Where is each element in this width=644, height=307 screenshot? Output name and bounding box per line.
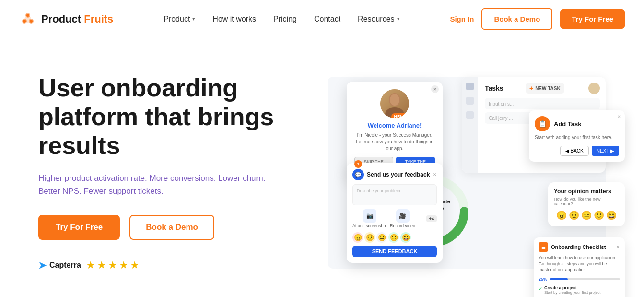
capterra-arrow-icon: ➤ xyxy=(38,260,47,271)
emoji-angry[interactable]: 😠 xyxy=(352,232,363,243)
send-feedback-button[interactable]: SEND FEEDBACK xyxy=(352,246,437,257)
opinion-title: Your opinion matters xyxy=(554,188,619,195)
more-badge: +4 xyxy=(426,215,437,222)
task-row-1: Input on s... xyxy=(485,98,600,109)
capterra-rating: ➤ Capterra ★ ★ ★ ★ ★ xyxy=(38,259,288,272)
feedback-icon: 💬 xyxy=(352,169,364,180)
star-rating: ★ ★ ★ ★ ★ xyxy=(86,259,140,272)
feedback-textarea[interactable]: Describe your problem xyxy=(352,184,437,205)
hero-buttons: Try For Free Book a Demo xyxy=(38,215,288,240)
checklist-progress: 25% xyxy=(539,277,620,282)
new-task-label: NEW TASK xyxy=(535,86,561,91)
new-task-button[interactable]: + NEW TASK xyxy=(526,83,564,94)
plus-icon: + xyxy=(529,84,533,92)
add-task-icon: 📋 xyxy=(535,116,550,131)
add-task-text: Start with adding your first task here. xyxy=(535,134,619,141)
nav-actions: Sign In Book a Demo Try For Free xyxy=(450,8,625,30)
emoji-neutral[interactable]: 😐 xyxy=(376,232,387,243)
nav-contact[interactable]: Contact xyxy=(314,15,340,24)
emoji-happy[interactable]: 🙂 xyxy=(388,232,399,243)
logo-icon xyxy=(19,11,36,28)
opinion-emoji-3[interactable]: 😐 xyxy=(581,210,592,221)
add-task-tooltip: 📋 Add Task Start with adding your first … xyxy=(529,110,625,162)
hero-subtitle: Higher product activation rate. More con… xyxy=(38,172,288,198)
navbar: Product Fruits Product ▾ How it works Pr… xyxy=(0,0,644,38)
nav-pricing[interactable]: Pricing xyxy=(273,15,297,24)
feedback-card: 💬 Send us your feedback ✕ Describe your … xyxy=(347,163,443,263)
star-3: ★ xyxy=(108,259,117,272)
checklist-item-1-title: Create a project xyxy=(544,285,602,290)
user-avatar xyxy=(588,83,600,94)
star-1: ★ xyxy=(86,259,95,272)
capterra-logo: ➤ Capterra xyxy=(38,260,81,271)
add-task-header: 📋 Add Task xyxy=(535,116,619,131)
welcome-close-icon[interactable]: ✕ xyxy=(431,85,439,93)
tasks-title: Tasks xyxy=(485,84,503,92)
svg-point-9 xyxy=(390,94,399,106)
feedback-placeholder: Describe your problem xyxy=(355,187,434,195)
star-4: ★ xyxy=(119,259,129,272)
checklist-item-1: ✓ Create a project Start by creating you… xyxy=(539,285,620,295)
chevron-down-icon: ▾ xyxy=(192,16,195,22)
opinion-emoji-1[interactable]: 😠 xyxy=(556,210,567,221)
opinion-emoji-2[interactable]: 😟 xyxy=(569,210,579,221)
hero-mockup: Tasks + NEW TASK Input on s... Call jerr… xyxy=(328,67,625,278)
nav-resources[interactable]: Resources ▾ xyxy=(358,15,399,24)
add-task-title: Add Task xyxy=(554,120,582,128)
star-2: ★ xyxy=(97,259,106,272)
opinion-card: Your opinion matters How do you like the… xyxy=(548,182,625,226)
welcome-text: I'm Nicole - your Success Manager. Let m… xyxy=(354,132,435,152)
opinion-emoji-5[interactable]: 😄 xyxy=(606,210,617,221)
nav-how-it-works[interactable]: How it works xyxy=(212,15,256,24)
onboarding-checklist: ☰ Onboarding Checklist ✕ You will learn … xyxy=(534,237,625,297)
hero-book-demo-button[interactable]: Book a Demo xyxy=(129,215,214,240)
signin-button[interactable]: Sign In xyxy=(450,15,474,23)
opinion-emoji-4[interactable]: 🙂 xyxy=(594,210,604,221)
feedback-title: Send us your feedback xyxy=(367,171,430,178)
opinion-subtitle: How do you like the new calendar? xyxy=(554,197,619,206)
feedback-header: 💬 Send us your feedback ✕ xyxy=(352,169,437,180)
nav-links: Product ▾ How it works Pricing Contact R… xyxy=(164,15,399,24)
sidebar-icon-3 xyxy=(466,111,474,119)
svg-point-6 xyxy=(30,20,33,23)
opinion-emojis: 😠 😟 😐 🙂 😄 xyxy=(554,210,619,221)
video-icon: 🎥 xyxy=(396,209,410,223)
progress-label: 25% xyxy=(539,277,547,282)
progress-bar xyxy=(550,278,620,280)
feedback-badge: 1 xyxy=(354,160,362,168)
record-video[interactable]: 🎥 Record video xyxy=(390,209,415,228)
checklist-header: ☰ Onboarding Checklist ✕ xyxy=(539,242,620,252)
checklist-close-icon[interactable]: ✕ xyxy=(616,245,620,249)
svg-point-4 xyxy=(26,14,29,17)
hero-content: User onboarding platform that brings res… xyxy=(38,74,288,272)
tasks-header: Tasks + NEW TASK xyxy=(485,83,600,94)
book-demo-button[interactable]: Book a Demo xyxy=(481,8,552,30)
svg-point-5 xyxy=(23,20,26,23)
emoji-reactions: 😠 😟 😐 🙂 😄 xyxy=(352,232,437,243)
nav-product[interactable]: Product ▾ xyxy=(164,15,195,24)
checklist-item-1-desc: Start by creating your first project. xyxy=(544,290,602,295)
emoji-sad[interactable]: 😟 xyxy=(364,232,375,243)
back-button[interactable]: ◀ BACK xyxy=(560,146,589,156)
try-free-button[interactable]: Try For Free xyxy=(560,9,625,29)
checklist-items: ✓ Create a project Start by creating you… xyxy=(539,285,620,297)
checklist-desc: You will learn how to use our applicatio… xyxy=(539,255,620,273)
logo[interactable]: Product Fruits xyxy=(19,11,113,28)
add-task-nav: ◀ BACK NEXT ▶ xyxy=(535,146,619,156)
welcome-avatar: HELLO! xyxy=(380,89,409,118)
logo-text: Product Fruits xyxy=(41,13,113,25)
feedback-close-icon[interactable]: ✕ xyxy=(433,172,437,177)
close-icon[interactable]: ✕ xyxy=(617,114,621,119)
welcome-title: Welcome Adriane! xyxy=(354,122,435,129)
chevron-down-icon-2: ▾ xyxy=(397,16,400,22)
next-button[interactable]: NEXT ▶ xyxy=(592,146,619,156)
hello-badge: HELLO! xyxy=(391,113,410,118)
check-icon-1: ✓ xyxy=(539,286,542,291)
hero-section: User onboarding platform that brings res… xyxy=(0,38,644,297)
progress-fill xyxy=(550,278,567,280)
attach-screenshot[interactable]: 📷 Attach screenshot xyxy=(352,209,387,228)
star-5: ★ xyxy=(130,259,140,272)
hero-try-free-button[interactable]: Try For Free xyxy=(38,215,120,240)
sidebar xyxy=(462,77,478,173)
emoji-love[interactable]: 😄 xyxy=(400,232,411,243)
